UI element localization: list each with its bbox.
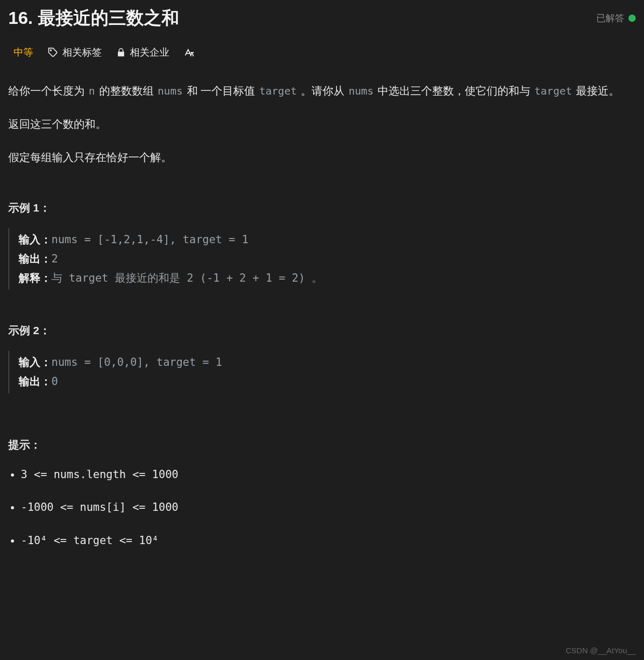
example-block: 输入：nums = [-1,2,1,-4], target = 1 输出：2 解… bbox=[8, 228, 636, 289]
text: 。请你从 bbox=[298, 85, 348, 97]
constraint-item: -1000 <= nums[i] <= 1000 bbox=[21, 498, 636, 518]
example-block: 输入：nums = [0,0,0], target = 1 输出：0 bbox=[8, 351, 636, 393]
text: 最接近。 bbox=[573, 85, 620, 97]
problem-title: 16. 最接近的三数之和 bbox=[8, 6, 179, 30]
input-value: nums = [-1,2,1,-4], target = 1 bbox=[51, 230, 248, 249]
text: 和 一个目标值 bbox=[184, 85, 259, 97]
lock-icon bbox=[116, 48, 126, 57]
tab-companies[interactable]: 相关企业 bbox=[116, 46, 169, 59]
description-paragraph: 假定每组输入只存在恰好一个解。 bbox=[8, 148, 636, 167]
tab-translate[interactable] bbox=[184, 47, 195, 58]
code-n: n bbox=[88, 85, 96, 97]
code-target: target bbox=[533, 85, 573, 97]
code-nums: nums bbox=[157, 85, 184, 97]
translate-icon bbox=[184, 47, 195, 58]
text: 给你一个长度为 bbox=[8, 85, 88, 97]
tab-companies-label: 相关企业 bbox=[130, 46, 169, 59]
explain-label: 解释： bbox=[19, 269, 51, 288]
header: 16. 最接近的三数之和 已解答 bbox=[8, 6, 636, 30]
input-value: nums = [0,0,0], target = 1 bbox=[51, 353, 222, 372]
tab-tags[interactable]: 相关标签 bbox=[48, 46, 102, 59]
code-target: target bbox=[258, 85, 298, 97]
output-value: 2 bbox=[51, 249, 58, 269]
watermark: CSDN @__AtYou__ bbox=[566, 646, 636, 655]
description-paragraph: 给你一个长度为 n 的整数数组 nums 和 一个目标值 target 。请你从… bbox=[8, 81, 636, 101]
text: 的整数数组 bbox=[96, 85, 157, 97]
output-label: 输出： bbox=[19, 372, 51, 391]
hints-label: 提示： bbox=[8, 435, 636, 455]
solved-label: 已解答 bbox=[596, 12, 624, 24]
tab-tags-label: 相关标签 bbox=[62, 46, 102, 59]
constraints-list: 3 <= nums.length <= 1000 -1000 <= nums[i… bbox=[8, 465, 636, 551]
constraint-item: -10⁴ <= target <= 10⁴ bbox=[21, 531, 636, 551]
solved-status: 已解答 bbox=[596, 12, 636, 24]
explain-value: 与 target 最接近的和是 2 (-1 + 2 + 1 = 2) 。 bbox=[51, 269, 323, 288]
code-nums: nums bbox=[347, 85, 374, 97]
description-paragraph: 返回这三个数的和。 bbox=[8, 114, 636, 134]
example-2-label: 示例 2： bbox=[8, 321, 636, 340]
text: 中选出三个整数，使它们的和与 bbox=[374, 85, 533, 97]
problem-description: 给你一个长度为 n 的整数数组 nums 和 一个目标值 target 。请你从… bbox=[8, 81, 636, 551]
output-label: 输出： bbox=[19, 249, 51, 269]
example-1-label: 示例 1： bbox=[8, 198, 636, 218]
constraint-item: 3 <= nums.length <= 1000 bbox=[21, 465, 636, 485]
svg-point-0 bbox=[50, 50, 51, 51]
output-value: 0 bbox=[51, 372, 58, 391]
status-dot-icon bbox=[628, 15, 636, 22]
input-label: 输入： bbox=[19, 353, 51, 372]
difficulty-badge[interactable]: 中等 bbox=[14, 46, 33, 59]
tag-icon bbox=[48, 47, 58, 58]
tab-bar: 中等 相关标签 相关企业 bbox=[8, 46, 636, 59]
input-label: 输入： bbox=[19, 230, 51, 249]
